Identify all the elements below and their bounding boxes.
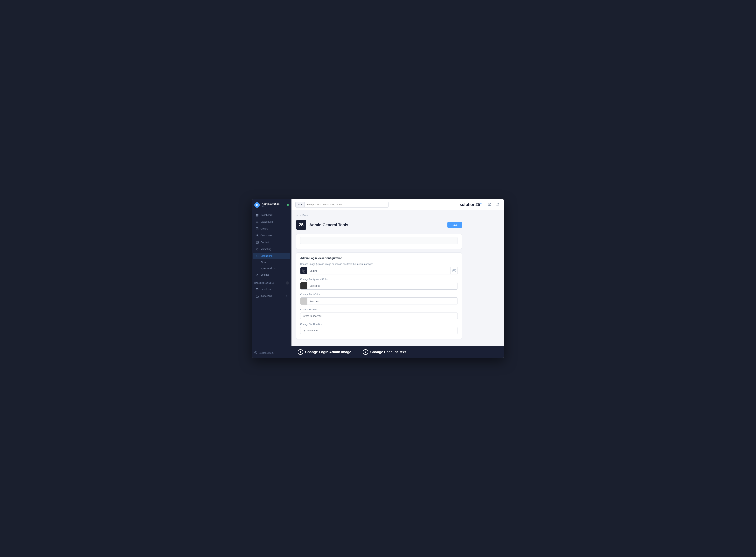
back-link[interactable]: ← ← Back	[296, 214, 462, 217]
login-config-card: Admin Login View Configuration Choose Im…	[296, 253, 462, 339]
headless-icon	[255, 288, 259, 291]
settings-icon	[255, 273, 259, 276]
svg-point-17	[257, 256, 258, 256]
sidebar-header: G Administration 6.5.8.7	[252, 199, 292, 211]
topbar: All ▼ solution25®	[292, 199, 504, 210]
top-card	[296, 234, 462, 249]
font-color-label: Change Font Color	[300, 293, 458, 296]
sidebar-item-catalogues-label: Catalogues	[261, 221, 273, 223]
content-icon	[255, 241, 259, 244]
bottom-overlay: 1 Change Login Admin Image 4 Change Head…	[292, 346, 504, 358]
customers-icon	[255, 234, 259, 237]
sidebar-item-catalogues[interactable]: Catalogues	[253, 218, 290, 225]
save-button[interactable]: Save	[447, 222, 462, 228]
sidebar-item-content[interactable]: Content	[253, 239, 290, 246]
marketing-icon	[255, 247, 259, 251]
content-area: ← ← Back 25 Admin General Tools Save	[292, 210, 504, 346]
collapse-icon	[254, 351, 257, 355]
font-color-preview[interactable]	[300, 298, 307, 304]
svg-rect-4	[256, 221, 258, 221]
notification-icon[interactable]	[495, 202, 501, 207]
status-dot	[287, 204, 289, 206]
sidebar-mutterland-label: mutterland	[261, 295, 272, 297]
catalogue-icon	[255, 221, 259, 224]
bg-color-label: Change Background Color	[300, 278, 458, 281]
svg-rect-1	[257, 214, 259, 215]
sidebar-item-extensions-label: Extensions	[261, 255, 272, 257]
sidebar-nav: Dashboard Catalogues Orders	[252, 211, 292, 348]
headline-group: Change Headline	[296, 308, 462, 323]
store-icon	[255, 294, 259, 298]
svg-rect-12	[256, 241, 258, 243]
overlay-num-1: 1	[298, 349, 303, 355]
svg-rect-2	[256, 215, 257, 216]
svg-rect-5	[256, 222, 258, 222]
page-header: 25 Admin General Tools Save	[296, 220, 462, 230]
headline-input[interactable]	[300, 313, 458, 319]
extensions-icon	[255, 254, 259, 258]
main-area: All ▼ solution25® ←	[292, 199, 504, 358]
image-upload-row: 25.png	[300, 267, 458, 274]
sidebar-item-settings[interactable]: Settings	[253, 271, 290, 278]
sidebar-item-marketing-label: Marketing	[261, 248, 271, 251]
image-filename: 25.png	[307, 268, 451, 274]
card-section-title: Admin Login View Configuration	[296, 253, 462, 263]
dashboard-icon	[255, 213, 259, 217]
sidebar-item-orders[interactable]: Orders	[253, 226, 290, 232]
orders-icon	[255, 227, 259, 230]
page-icon: 25	[296, 220, 306, 230]
sidebar-headless-label: Headless	[261, 288, 271, 291]
app-name: Administration	[262, 202, 280, 205]
collapse-menu-item[interactable]: Collapse menu	[254, 350, 289, 356]
sidebar-settings-label: Settings	[261, 273, 269, 276]
sidebar-item-my-extensions[interactable]: My extensions	[253, 265, 290, 271]
font-color-row	[300, 297, 458, 305]
sidebar-item-customers[interactable]: Customers	[253, 232, 290, 239]
subheadline-group: Change SubHeadline	[296, 323, 462, 338]
topbar-icons	[487, 202, 501, 207]
brand-logo: solution25®	[459, 202, 481, 207]
search-input[interactable]	[305, 202, 389, 207]
media-picker-button[interactable]	[451, 267, 457, 274]
search-filter-button[interactable]: All ▼	[296, 202, 305, 207]
page-title: Admin General Tools	[309, 223, 348, 227]
sidebar-item-content-label: Content	[261, 241, 269, 244]
search-filter-label: All	[298, 203, 300, 206]
bg-color-input[interactable]	[307, 283, 457, 289]
sidebar-item-store[interactable]: Store	[253, 259, 290, 265]
sidebar-item-headless[interactable]: Headless	[253, 286, 290, 293]
sidebar-item-marketing[interactable]: Marketing	[253, 246, 290, 253]
search-bar: All ▼	[295, 202, 389, 207]
svg-point-11	[256, 234, 258, 236]
sidebar-item-mutterland[interactable]: mutterland 👁	[253, 293, 290, 299]
overlay-item-4: 4 Change Headline text	[363, 349, 406, 355]
back-arrow-icon: ←	[296, 214, 299, 217]
font-color-group: Change Font Color	[296, 293, 462, 308]
sidebar-item-customers-label: Customers	[261, 234, 272, 237]
image-label: Choose Image (Upload image or choose one…	[300, 263, 458, 265]
app-version: 6.5.8.7	[262, 205, 280, 207]
sidebar-item-dashboard[interactable]: Dashboard	[253, 212, 290, 218]
overlay-item-1: 1 Change Login Admin Image	[298, 349, 351, 355]
svg-rect-3	[257, 215, 259, 216]
image-upload-group: Choose Image (Upload image or choose one…	[296, 263, 462, 278]
image-thumbnail	[300, 267, 307, 274]
overlay-text-1: Change Login Admin Image	[305, 350, 351, 354]
add-sales-channel-btn[interactable]: +	[285, 282, 289, 285]
svg-rect-0	[256, 214, 257, 215]
subheadline-label: Change SubHeadline	[300, 323, 458, 326]
sidebar-store-label: Store	[261, 261, 266, 264]
subheadline-input[interactable]	[300, 327, 458, 334]
svg-rect-6	[256, 223, 258, 223]
sales-channels-section: Sales Channels +	[252, 278, 292, 286]
sidebar: G Administration 6.5.8.7 Dashboard Catal…	[252, 199, 292, 358]
help-icon[interactable]	[487, 202, 492, 207]
sidebar-item-dashboard-label: Dashboard	[261, 214, 272, 216]
chevron-down-icon: ▼	[301, 204, 303, 206]
sidebar-item-extensions[interactable]: Extensions	[253, 253, 290, 259]
font-color-input[interactable]	[307, 298, 457, 304]
overlay-num-4: 4	[363, 349, 368, 355]
sidebar-footer: Collapse menu	[252, 348, 292, 358]
svg-rect-19	[256, 288, 258, 290]
bg-color-preview[interactable]	[300, 283, 307, 289]
